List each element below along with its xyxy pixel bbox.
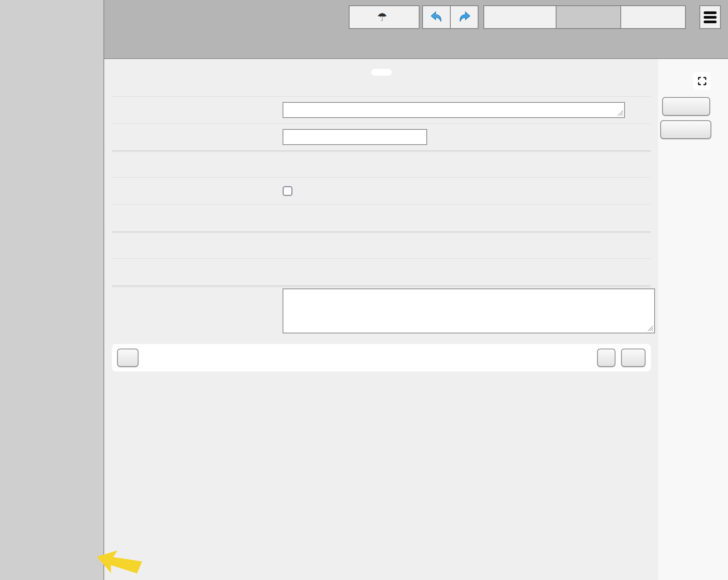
last-time-started-row xyxy=(112,231,651,258)
comment-row xyxy=(112,96,651,123)
run-script-button[interactable] xyxy=(660,120,711,139)
menu-button[interactable] xyxy=(699,5,721,29)
cancel-button[interactable] xyxy=(117,349,138,367)
apply-button[interactable] xyxy=(597,349,615,367)
safe-mode-button[interactable]: ☂ xyxy=(349,5,420,29)
umbrella-icon: ☂ xyxy=(377,11,388,23)
policy-row xyxy=(112,204,651,231)
tab-webfig[interactable] xyxy=(556,5,621,29)
tab-terminal[interactable] xyxy=(620,5,686,29)
tab-quick-set[interactable] xyxy=(483,5,556,29)
status-badge xyxy=(371,69,392,76)
redo-icon xyxy=(457,10,472,25)
dont-require-permissions-checkbox[interactable] xyxy=(283,186,292,196)
owner-row xyxy=(112,150,651,177)
source-row xyxy=(112,285,651,336)
badge-row xyxy=(112,59,651,96)
script-form xyxy=(112,59,651,371)
ok-button[interactable] xyxy=(621,349,645,367)
sidebar xyxy=(0,0,104,580)
redo-button[interactable] xyxy=(450,5,478,29)
comment-field[interactable] xyxy=(283,102,625,118)
name-field[interactable] xyxy=(283,129,427,145)
name-row xyxy=(112,123,651,150)
fullscreen-icon xyxy=(696,75,708,87)
run-count-row xyxy=(112,258,651,285)
undo-button[interactable] xyxy=(422,5,451,29)
undo-icon xyxy=(429,10,444,25)
hamburger-icon xyxy=(704,11,717,14)
fullscreen-button[interactable] xyxy=(693,72,711,90)
dont-require-permissions-row xyxy=(112,177,651,204)
action-bar xyxy=(112,344,651,371)
source-field[interactable] xyxy=(283,288,655,333)
remove-button[interactable] xyxy=(662,97,710,116)
